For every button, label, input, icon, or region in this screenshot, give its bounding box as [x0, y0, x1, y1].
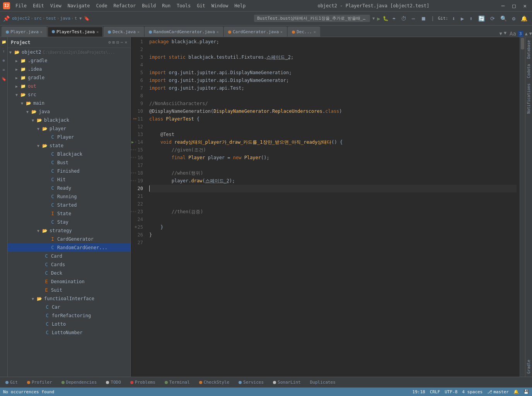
bottom-tab-dependencies[interactable]: Dependencies [59, 379, 99, 386]
menu-run[interactable]: Run [160, 2, 173, 9]
search-everywhere-button[interactable]: 🔍 [499, 15, 508, 22]
tree-item-forRefactoring[interactable]: ▶ C forRefactoring [8, 311, 130, 320]
tree-close-icon[interactable]: ✕ [124, 40, 127, 45]
tree-item-idea[interactable]: ▶ 📁 .idea [8, 65, 130, 73]
breadcrumb-java[interactable]: java [60, 16, 71, 21]
encoding[interactable]: UTF-8 [445, 389, 457, 394]
tab-cardgen[interactable]: CardGenerator.java ✕ [224, 27, 287, 37]
bottom-tab-services[interactable]: Services [236, 379, 266, 386]
tree-item-java[interactable]: ▼ 📂 java [8, 107, 130, 116]
tree-item-State[interactable]: ▶ I State [8, 209, 130, 218]
tree-item-gradle[interactable]: ▶ 📁 .gradle [8, 56, 130, 65]
tree-item-Car[interactable]: ▶ C Car [8, 303, 130, 311]
bottom-tab-todo[interactable]: TODO [104, 379, 123, 386]
bottom-tab-duplicates[interactable]: Duplicates [308, 379, 338, 386]
tab-player[interactable]: Player.java ✕ [2, 27, 47, 37]
bottom-tab-checkstyle[interactable]: CheckStyle [197, 379, 232, 386]
menu-refactor[interactable]: Refactor [111, 2, 138, 9]
cursor-position[interactable]: 19:18 [413, 389, 425, 394]
tree-item-Player[interactable]: ▶ C Player [8, 133, 130, 141]
tree-item-Deck[interactable]: ▶ C Deck [8, 269, 130, 277]
tree-more-icon[interactable]: ⋯ [121, 40, 123, 45]
tree-item-functioalInterface[interactable]: ▼ 📂 functioalInterface [8, 294, 130, 303]
git-branch-status[interactable]: ⎇ master [487, 389, 509, 394]
menu-help[interactable]: Help [232, 2, 248, 9]
tree-item-Stay[interactable]: ▶ C Stay [8, 218, 130, 226]
tab-scroll-down[interactable]: ▼ [500, 31, 502, 36]
tree-item-Bust[interactable]: ▶ C Bust [8, 158, 130, 167]
tree-item-main[interactable]: ▼ 📂 main [8, 99, 130, 107]
tree-item-Finished[interactable]: ▶ C Finished [8, 167, 130, 175]
tab-close-cardgen[interactable]: ✕ [280, 30, 283, 34]
tree-item-Running[interactable]: ▶ C Running [8, 192, 130, 201]
more-run-button[interactable]: ⋯ [410, 15, 416, 22]
tab-dec[interactable]: Dec... ✕ [288, 27, 320, 37]
tree-item-Cards[interactable]: ▶ C Cards [8, 260, 130, 269]
run-config-dropdown[interactable]: BustTest.bust상태에서_카드1장을_추가로_받을때_예외가_발생한다 [254, 15, 370, 22]
menu-edit[interactable]: Edit [31, 2, 46, 9]
tree-item-Lotto[interactable]: ▶ C Lotto [8, 320, 130, 328]
prev-occurrence[interactable]: ▲ [525, 31, 528, 36]
database-panel-label[interactable]: Database [526, 39, 532, 60]
editor-scrollbar[interactable] [520, 37, 525, 377]
line-ending[interactable]: CRLF [430, 389, 440, 394]
tab-close-playertest[interactable]: ✕ [96, 30, 99, 34]
bottom-tab-git[interactable]: Git [3, 379, 20, 386]
notifications-icon[interactable]: 🔔 [513, 389, 519, 394]
notifications-button[interactable]: 🔔 [519, 15, 529, 22]
tree-item-Hit[interactable]: ▶ C Hit [8, 175, 130, 184]
tab-deck[interactable]: Deck.java ✕ [104, 27, 144, 37]
tree-item-blackjack[interactable]: ▼ 📂 blackjack [8, 116, 130, 124]
menu-code[interactable]: Code [94, 2, 110, 9]
menu-tools[interactable]: Tools [174, 2, 193, 9]
tree-item-state-folder[interactable]: ▼ 📂 state [8, 141, 130, 150]
tab-randomcard[interactable]: RandomCardGenerator.java ✕ [145, 27, 223, 37]
next-occurrence[interactable]: ▼ [529, 31, 532, 36]
scroll-thumb[interactable] [521, 38, 524, 49]
commit-icon[interactable]: ↑ [1, 48, 7, 54]
indent-setting[interactable]: 4 spaces [462, 389, 483, 394]
bottom-tab-sonar[interactable]: SonarLint [271, 379, 303, 386]
notifications-panel-label[interactable]: Notifications [526, 82, 532, 115]
bottom-tab-problems[interactable]: Problems [128, 379, 158, 386]
tree-item-Blackjack[interactable]: ▶ C Blackjack [8, 150, 130, 158]
menu-git[interactable]: Git [194, 2, 208, 9]
tab-close-player[interactable]: ✕ [40, 30, 43, 34]
tree-collapse-icon[interactable]: ⊟ [116, 40, 119, 45]
tree-item-src[interactable]: ▼ 📂 src [8, 90, 130, 99]
tree-expand-icon[interactable]: ⊞ [113, 40, 115, 45]
translate-button[interactable]: ⟳ [489, 15, 496, 22]
git-fetch-button[interactable]: ⬇ [450, 15, 457, 22]
maximize-button[interactable]: □ [510, 2, 518, 10]
close-button[interactable]: ✕ [521, 2, 529, 10]
tree-item-Ready[interactable]: ▶ C Ready [8, 184, 130, 192]
bottom-tab-profiler[interactable]: Profiler [25, 379, 55, 386]
tree-item-CardGenerator[interactable]: ▶ I CardGenerator [8, 235, 130, 243]
tab-playertest[interactable]: PlayerTest.java ✕ [48, 27, 103, 37]
tree-item-Card[interactable]: ▶ C Card [8, 252, 130, 260]
menu-view[interactable]: View [48, 2, 64, 9]
bottom-tab-terminal[interactable]: Terminal [162, 379, 192, 386]
tree-item-gradle2[interactable]: ▶ 📁 gradle [8, 73, 130, 82]
stop-button[interactable]: ⏹ [419, 15, 428, 22]
breadcrumb-test[interactable]: test [46, 16, 56, 21]
breadcrumb-src[interactable]: src [34, 16, 42, 21]
tree-gear-icon[interactable]: ⚙ [108, 40, 111, 45]
tree-item-RandomCardGenerator[interactable]: ▶ C RandomCardGener... [8, 243, 130, 252]
tab-close-dec[interactable]: ✕ [314, 30, 316, 34]
settings-button[interactable]: ⚙ [511, 15, 517, 22]
menu-navigate[interactable]: Navigate [65, 2, 92, 9]
tab-close-deck[interactable]: ✕ [137, 30, 140, 34]
codata-panel-label[interactable]: Codota [526, 63, 532, 80]
gradle-panel-label[interactable]: Gradle [526, 358, 532, 375]
structure-icon[interactable]: ≡ [1, 66, 7, 73]
memory-icon[interactable]: 💾 [523, 389, 529, 394]
bookmarks-icon[interactable]: 🔖 [1, 76, 7, 82]
tab-close-randomcard[interactable]: ✕ [217, 30, 219, 34]
tree-item-object2[interactable]: ▼ 📂 object2 C:\Users\is2js\IdeaProjects\… [8, 48, 130, 56]
breadcrumb-project[interactable]: object2 [12, 16, 30, 21]
pull-requests-icon[interactable]: ⊕ [1, 57, 7, 63]
breadcrumb-t[interactable]: t [75, 16, 77, 21]
tree-item-Started[interactable]: ▶ C Started [8, 201, 130, 209]
debug-button[interactable]: 🐛 [383, 16, 389, 21]
